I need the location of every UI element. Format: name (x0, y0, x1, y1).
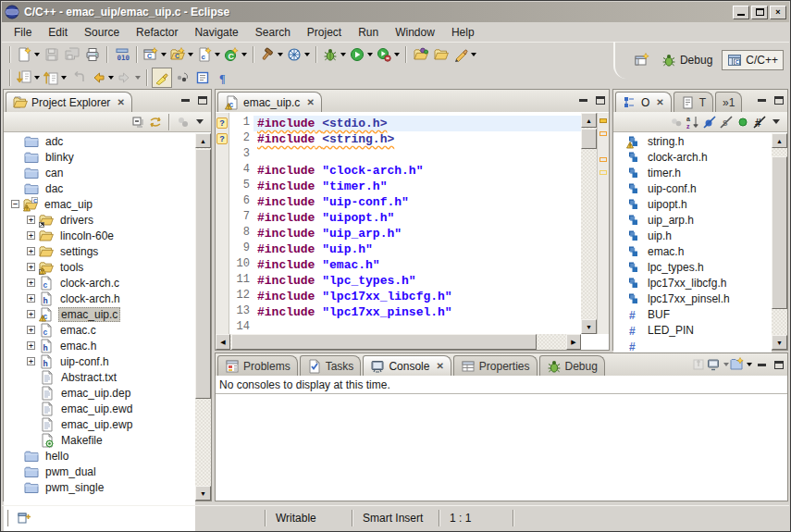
menu-refactor[interactable]: Refactor (128, 24, 186, 41)
open-perspective-button[interactable] (632, 50, 652, 70)
editor-tab[interactable]: c emac_uip.c ✕ (217, 92, 322, 112)
console-tab-properties[interactable]: Properties (453, 355, 538, 376)
console-tab-console[interactable]: Console✕ (363, 355, 451, 376)
tree-item-blinky[interactable]: blinky (4, 149, 195, 165)
show-whitespace-button[interactable]: ¶ (213, 68, 233, 88)
dropdown-arrow-icon[interactable] (135, 76, 141, 80)
view-menu-icon[interactable] (196, 119, 204, 124)
tree-item-abstract.txt[interactable]: Abstract.txt (4, 369, 195, 385)
scroll-down-icon[interactable]: ▼ (772, 335, 787, 350)
close-view-icon[interactable]: ✕ (656, 97, 663, 107)
code-line-4[interactable]: #include "clock-arch.h" (253, 163, 581, 179)
outline-item-uip.h[interactable]: uip.h (613, 228, 772, 243)
code-line-1[interactable]: #include <stdio.h> (253, 116, 581, 131)
tree-expander[interactable]: − (11, 200, 19, 208)
perspective-debug-button[interactable]: Debug (656, 50, 718, 70)
mark-occurrences-button[interactable] (152, 68, 172, 88)
code-line-5[interactable]: #include "timer.h" (253, 179, 581, 194)
code-line-13[interactable]: #include "lpc17xx_pinsel.h" (253, 304, 581, 320)
tree-item-pwm_single[interactable]: pwm_single (4, 479, 195, 495)
scroll-thumb[interactable] (231, 334, 537, 350)
tree-item-can[interactable]: can (4, 165, 195, 180)
external-tools-wheel-button[interactable] (285, 44, 312, 65)
code-line-2[interactable]: #include <string.h> (253, 131, 581, 147)
fast-view-icon[interactable] (17, 511, 31, 526)
scroll-down-icon[interactable]: ▼ (195, 486, 211, 501)
minimize-view-button[interactable] (755, 358, 769, 371)
tree-item-lincoln-60e[interactable]: +lincoln-60e (4, 228, 195, 243)
code-line-7[interactable]: #include "uipopt.h" (253, 210, 581, 226)
code-line-9[interactable]: #include "uip.h" (253, 241, 581, 257)
tree-expander[interactable]: + (27, 263, 35, 271)
menu-window[interactable]: Window (387, 24, 443, 41)
outline-tab-O[interactable]: O✕ (615, 92, 672, 112)
dropdown-arrow-icon[interactable] (304, 53, 310, 56)
close-view-icon[interactable]: ✕ (436, 361, 443, 371)
save-button[interactable] (42, 44, 62, 65)
project-tree-scrollbar[interactable]: ▲ ▼ (195, 133, 211, 501)
tree-item-adc[interactable]: adc (4, 133, 195, 149)
outline-item-timer.h[interactable]: timer.h (613, 165, 772, 180)
menu-search[interactable]: Search (247, 24, 299, 41)
outline-item-clock-arch.h[interactable]: clock-arch.h (613, 149, 772, 165)
build-button[interactable] (258, 44, 285, 65)
tree-expander[interactable]: + (27, 326, 35, 334)
unresolved-include-marker-icon[interactable]: ? (216, 133, 228, 144)
tree-item-emac_uip[interactable]: −Cemac_uip (4, 196, 195, 212)
perspective-cc-button[interactable]: CC/C++ (722, 50, 784, 70)
scroll-down-icon[interactable]: ▼ (581, 319, 597, 334)
debug-button[interactable] (321, 44, 348, 65)
previous-annotation-button[interactable] (42, 68, 68, 88)
editor-vscrollbar[interactable]: ▲ ▼ (581, 113, 597, 334)
dropdown-arrow-icon[interactable] (34, 76, 40, 80)
tree-expander[interactable]: + (27, 341, 35, 350)
dropdown-arrow-icon[interactable] (471, 53, 476, 56)
tree-item-emac_uip.dep[interactable]: emac_uip.dep (4, 385, 195, 401)
print-button[interactable] (82, 44, 103, 65)
dropdown-arrow-icon[interactable] (394, 53, 400, 56)
console-tab-debug[interactable]: Debug (539, 355, 605, 376)
close-button[interactable]: × (770, 6, 786, 19)
close-view-icon[interactable]: ✕ (117, 97, 124, 107)
tree-item-tools[interactable]: +tools (4, 259, 195, 275)
editor-hscrollbar[interactable]: ◀ ▶ (216, 334, 581, 350)
scroll-thumb[interactable] (772, 156, 787, 309)
code-line-6[interactable]: #include "uip-conf.h" (253, 194, 581, 210)
back-button[interactable] (89, 68, 116, 88)
new-class-button[interactable]: C (222, 44, 249, 65)
outline-item-lpc17xx_pinsel.h[interactable]: lpc17xx_pinsel.h (613, 291, 772, 306)
code-line-11[interactable]: #include "lpc_types.h" (253, 273, 581, 289)
scroll-up-icon[interactable]: ▲ (581, 113, 597, 128)
unresolved-include-marker-icon[interactable]: ? (216, 118, 228, 129)
tree-expander[interactable]: + (27, 310, 35, 318)
scroll-up-icon[interactable]: ▲ (772, 133, 787, 148)
tree-expander[interactable]: + (27, 294, 35, 303)
overview-marker[interactable] (599, 157, 607, 162)
outline-item-buf[interactable]: #BUF (613, 306, 772, 322)
menu-edit[interactable]: Edit (40, 24, 76, 41)
outline-item-uip-conf.h[interactable]: uip-conf.h (613, 180, 772, 196)
tree-item-emac_uip.c[interactable]: +cemac_uip.c (4, 306, 195, 322)
tree-item-settings[interactable]: +settings (4, 243, 195, 259)
tree-item-uip-conf.h[interactable]: +huip-conf.h (4, 353, 195, 369)
tree-item-pwm_dual[interactable]: pwm_dual (4, 464, 195, 479)
tree-item-clock-arch.h[interactable]: +hclock-arch.h (4, 291, 195, 306)
forward-button[interactable] (116, 68, 142, 88)
dropdown-arrow-icon[interactable] (108, 76, 114, 80)
outline-item-uip_arp.h[interactable]: uip_arp.h (613, 212, 772, 228)
last-edit-location-button[interactable] (68, 68, 89, 88)
code-line-3[interactable] (253, 147, 581, 163)
dropdown-arrow-icon[interactable] (340, 53, 346, 56)
scroll-right-icon[interactable]: ▶ (566, 334, 581, 350)
maximize-button[interactable] (751, 6, 768, 19)
dropdown-arrow-icon[interactable] (188, 53, 193, 56)
new-button[interactable] (15, 44, 42, 65)
maximize-view-button[interactable] (195, 93, 209, 106)
minimize-view-button[interactable] (755, 93, 769, 106)
outline-item-lpc_types.h[interactable]: lpc_types.h (613, 259, 772, 275)
tree-expander[interactable]: + (27, 231, 35, 240)
overview-marker[interactable] (599, 170, 607, 175)
dropdown-arrow-icon[interactable] (278, 53, 283, 56)
minimize-button[interactable] (733, 6, 749, 19)
new-c-folder-button[interactable]: C (168, 44, 195, 65)
